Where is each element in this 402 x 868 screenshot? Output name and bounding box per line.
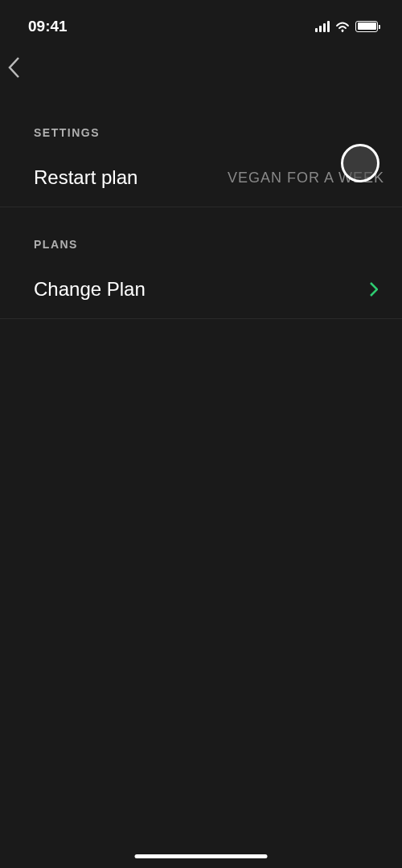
- change-plan-label: Change Plan: [34, 278, 146, 301]
- chevron-right-icon: [370, 282, 378, 297]
- restart-plan-item[interactable]: Restart plan VEGAN FOR A WEEK: [0, 154, 402, 207]
- svg-point-0: [342, 29, 344, 31]
- restart-plan-label: Restart plan: [34, 166, 137, 189]
- signal-icon: [315, 21, 330, 32]
- battery-icon: [355, 21, 378, 32]
- change-plan-item[interactable]: Change Plan: [0, 265, 402, 319]
- status-bar: 09:41: [0, 0, 402, 40]
- status-time: 09:41: [28, 18, 68, 35]
- status-icons: [315, 21, 378, 32]
- content: SETTINGS Restart plan VEGAN FOR A WEEK P…: [0, 98, 402, 319]
- wifi-icon: [335, 21, 350, 32]
- settings-section-header: SETTINGS: [0, 126, 402, 154]
- restart-plan-value: VEGAN FOR A WEEK: [228, 170, 384, 186]
- back-button[interactable]: [0, 40, 402, 98]
- chevron-left-icon: [8, 56, 19, 79]
- home-indicator[interactable]: [135, 854, 268, 858]
- plans-section-header: PLANS: [0, 238, 402, 265]
